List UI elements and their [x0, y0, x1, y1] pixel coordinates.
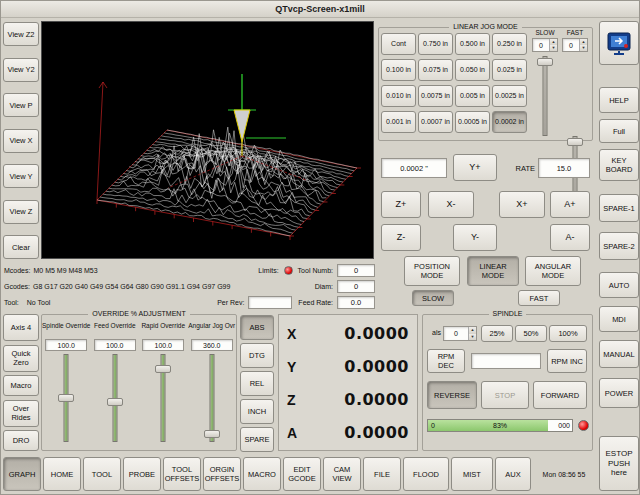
power-button[interactable]: POWER — [599, 378, 639, 408]
tab-axis-4[interactable]: Axis 4 — [3, 314, 39, 341]
tab-tool[interactable]: TOOL — [83, 457, 121, 491]
clear-button[interactable]: Clear — [3, 235, 39, 259]
jog-z-plus-button[interactable]: Z+ — [381, 191, 421, 218]
linear-mode-button[interactable]: LINEAR MODE — [467, 256, 519, 286]
view-p-button[interactable]: View P — [3, 93, 39, 117]
jog-increment-button[interactable]: 0.250 in — [492, 33, 527, 55]
jog-increment-button[interactable]: 0.500 in — [455, 33, 490, 55]
view-y2-button[interactable]: View Y2 — [3, 58, 39, 82]
fast-rate-spinbox[interactable]: 0 ▲▼ — [562, 38, 588, 52]
jog-increment-button[interactable]: 0.100 in — [381, 59, 416, 81]
mdi-mode-button[interactable]: MDI — [599, 306, 639, 332]
jog-increment-button[interactable]: 0.0025 in — [492, 85, 527, 107]
jog-y-plus-button[interactable]: Y+ — [453, 154, 497, 181]
tab-probe[interactable]: PROBE — [123, 457, 161, 491]
tab-spare[interactable]: SPARE — [240, 427, 274, 452]
feed-override-slider[interactable] — [105, 354, 125, 442]
spindle-stop-button[interactable]: STOP — [481, 381, 529, 409]
spinbox-arrows-icon[interactable]: ▲▼ — [579, 39, 587, 51]
jog-z-minus-button[interactable]: Z- — [381, 224, 421, 251]
angular-jog-override-slider[interactable] — [202, 354, 222, 442]
slow-rate-slider[interactable] — [535, 56, 555, 136]
slider-handle[interactable] — [58, 394, 74, 402]
auto-mode-button[interactable]: AUTO — [599, 272, 639, 298]
flood-button[interactable]: FLOOD — [403, 457, 449, 491]
keyboard-button[interactable]: KEY BOARD — [599, 149, 639, 181]
rpm-inc-button[interactable]: RPM INC — [547, 349, 587, 373]
spindle-reverse-button[interactable]: REVERSE — [427, 381, 477, 409]
view-x-button[interactable]: View X — [3, 129, 39, 153]
tool-number-label: Tool Numb: — [298, 267, 333, 274]
jog-increment-button[interactable]: 0.001 in — [381, 111, 416, 133]
help-button[interactable]: HELP — [599, 87, 639, 113]
jog-increment-button[interactable]: 0.0007 in — [418, 111, 453, 133]
window-titlebar[interactable]: QTvcp-Screen-x1mill — [1, 1, 639, 18]
view-y-button[interactable]: View Y — [3, 164, 39, 188]
jog-x-plus-button[interactable]: X+ — [499, 191, 545, 218]
rapid-override-slider[interactable] — [153, 354, 173, 442]
tab-tool-offsets[interactable]: TOOL OFFSETS — [163, 457, 201, 491]
tab-dro[interactable]: DRO — [3, 430, 39, 451]
tab-cam-view[interactable]: CAM VIEW — [323, 457, 361, 491]
jog-x-minus-button[interactable]: X- — [428, 191, 474, 218]
jog-increment-button-selected[interactable]: 0.0002 in — [492, 111, 527, 133]
jog-increment-button[interactable]: 0.050 in — [455, 59, 490, 81]
tab-quick-zero[interactable]: Quick Zero — [3, 345, 39, 372]
jog-a-minus-button[interactable]: A- — [550, 224, 590, 251]
estop-button[interactable]: ESTOP PUSH here — [599, 436, 639, 491]
full-button[interactable]: Full — [599, 119, 639, 143]
spindle-forward-button[interactable]: FORWARD — [533, 381, 587, 409]
jog-increment-button[interactable]: 0.0075 in — [418, 85, 453, 107]
tab-edit-gcode[interactable]: EDIT GCODE — [283, 457, 321, 491]
position-mode-button[interactable]: POSITION MODE — [404, 256, 460, 286]
spindle-25-button[interactable]: 25% — [481, 325, 513, 342]
spinbox-arrows-icon[interactable]: ▲▼ — [549, 39, 557, 51]
jog-increment-button[interactable]: 0.005 in — [455, 85, 490, 107]
slider-handle[interactable] — [204, 430, 220, 438]
tab-inch[interactable]: INCH — [240, 399, 274, 424]
slider-handle[interactable] — [537, 58, 553, 66]
jog-increment-button[interactable]: Cont — [381, 33, 416, 55]
jog-speed-fast-button[interactable]: FAST — [518, 290, 560, 306]
spindle-50-button[interactable]: 50% — [515, 325, 547, 342]
tab-abs[interactable]: ABS — [240, 315, 274, 340]
jog-increment-button[interactable]: 0.010 in — [381, 85, 416, 107]
jog-speed-slow-button[interactable]: SLOW — [412, 290, 454, 306]
jog-a-plus-button[interactable]: A+ — [550, 191, 590, 218]
tab-home[interactable]: HOME — [43, 457, 81, 491]
tab-macro[interactable]: Macro — [3, 375, 39, 396]
exit-screen-button[interactable] — [599, 21, 639, 65]
tab-rel[interactable]: REL — [240, 371, 274, 396]
slider-handle[interactable] — [107, 398, 123, 406]
tab-file[interactable]: FILE — [363, 457, 401, 491]
spindle-override-slider[interactable] — [56, 354, 76, 442]
angular-mode-button[interactable]: ANGULAR MODE — [525, 256, 581, 286]
spindle-speed-spinbox[interactable]: 0 ▲▼ — [443, 326, 477, 341]
manual-mode-button[interactable]: MANUAL — [599, 340, 639, 368]
aux-button[interactable]: AUX — [495, 457, 531, 491]
jog-increment-button[interactable]: 0.750 in — [418, 33, 453, 55]
tab-over-rides[interactable]: Over Rides — [3, 400, 39, 427]
view-z-button[interactable]: View Z — [3, 200, 39, 224]
tab-graph[interactable]: GRAPH — [3, 457, 41, 491]
tab-macro-bottom[interactable]: MACRO — [243, 457, 281, 491]
mist-button[interactable]: MIST — [451, 457, 493, 491]
tab-origin-offsets[interactable]: ORGIN OFFSETS — [203, 457, 241, 491]
spare-1-button[interactable]: SPARE-1 — [599, 194, 639, 222]
view-z2-button[interactable]: View Z2 — [3, 22, 39, 46]
slider-handle[interactable] — [155, 365, 171, 373]
jog-y-minus-button[interactable]: Y- — [453, 224, 497, 251]
tab-dtg[interactable]: DTG — [240, 343, 274, 368]
spindle-100-button[interactable]: 100% — [549, 325, 587, 342]
spindle-bar-max: 000 — [558, 420, 570, 431]
spare-2-button[interactable]: SPARE-2 — [599, 232, 639, 260]
spinbox-arrows-icon[interactable]: ▲▼ — [468, 327, 476, 340]
rpm-dec-button[interactable]: RPM DEC — [427, 349, 465, 373]
slider-handle[interactable] — [567, 138, 583, 146]
slow-rate-spinbox[interactable]: 0 ▲▼ — [532, 38, 558, 52]
gremlin-preview[interactable] — [41, 21, 374, 259]
jog-increment-button[interactable]: 0.075 in — [418, 59, 453, 81]
jog-increment-button[interactable]: 0.0005 in — [455, 111, 490, 133]
jog-increment-button[interactable]: 0.025 in — [492, 59, 527, 81]
diameter-label: Diam: — [315, 283, 333, 290]
